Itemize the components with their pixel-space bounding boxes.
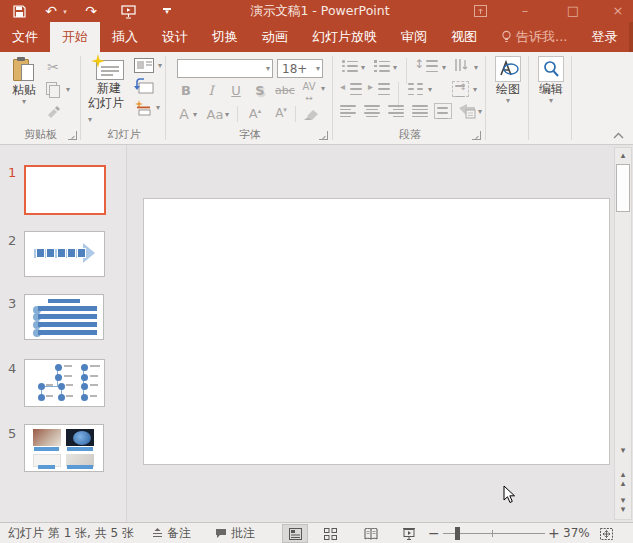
- next-slide-icon[interactable]: ▾▾: [615, 496, 631, 511]
- zoom-level[interactable]: 37%: [563, 523, 590, 543]
- grow-font-button[interactable]: A▴: [247, 106, 263, 121]
- align-right-icon[interactable]: [388, 105, 404, 117]
- fit-slide-to-window-button[interactable]: [595, 524, 617, 543]
- tab-transitions[interactable]: 切换: [200, 22, 250, 52]
- layout-dropdown-icon[interactable]: ▾: [158, 62, 162, 70]
- convert-smartart-icon[interactable]: [458, 103, 476, 119]
- zoom-slider-thumb[interactable]: [455, 527, 460, 540]
- zoom-out-button[interactable]: −: [428, 523, 440, 543]
- slide-thumbnail-4[interactable]: [24, 359, 105, 407]
- align-text-icon[interactable]: ↕: [452, 81, 469, 97]
- tab-view[interactable]: 视图: [439, 22, 489, 52]
- shrink-font-button[interactable]: A▾: [273, 106, 289, 120]
- tell-me-box[interactable]: 告诉我...: [489, 22, 579, 52]
- align-left-icon[interactable]: [340, 105, 356, 117]
- text-shadow-button[interactable]: S: [253, 83, 267, 98]
- text-direction-icon[interactable]: [454, 58, 470, 73]
- sign-in-button[interactable]: 登录: [579, 22, 629, 52]
- character-spacing-button[interactable]: AV ↔: [299, 81, 319, 103]
- numbering-dropdown-icon[interactable]: ▾: [393, 64, 397, 72]
- change-case-button[interactable]: Aa: [205, 107, 225, 122]
- undo-dropdown-icon[interactable]: ▾: [60, 2, 70, 22]
- slide-thumbnail-5[interactable]: [24, 424, 104, 472]
- slideshow-view-button[interactable]: [396, 524, 422, 543]
- slide-thumbnail-1[interactable]: [24, 165, 106, 215]
- undo-icon[interactable]: ↶: [42, 2, 60, 20]
- clipboard-dialog-launcher[interactable]: [68, 131, 77, 140]
- increase-indent-icon[interactable]: ▸: [368, 81, 373, 92]
- zoom-slider-track[interactable]: [443, 533, 545, 534]
- collapse-ribbon-icon[interactable]: [613, 132, 625, 140]
- tab-slideshow[interactable]: 幻灯片放映: [300, 22, 389, 52]
- tab-insert[interactable]: 插入: [100, 22, 150, 52]
- close-button[interactable]: ×: [603, 0, 633, 22]
- copy-icon[interactable]: [46, 82, 57, 95]
- italic-button[interactable]: I: [205, 83, 217, 98]
- tab-file[interactable]: 文件: [0, 22, 50, 52]
- layout-icon[interactable]: [134, 58, 154, 73]
- slide-canvas[interactable]: [143, 198, 610, 465]
- share-button[interactable]: 共享: [629, 22, 633, 52]
- text-direction-dropdown-icon[interactable]: ▾: [474, 64, 478, 72]
- editor-area[interactable]: [128, 145, 613, 522]
- maximize-button[interactable]: □: [558, 0, 588, 22]
- underline-button[interactable]: U: [229, 83, 243, 98]
- smartart-dropdown-icon[interactable]: ▾: [478, 108, 482, 116]
- section-dropdown-icon[interactable]: ▾: [156, 104, 160, 112]
- start-slideshow-icon[interactable]: [118, 2, 138, 19]
- tab-review[interactable]: 审阅: [389, 22, 439, 52]
- slide-thumbnail-3[interactable]: [24, 294, 104, 340]
- minimize-button[interactable]: –: [510, 0, 540, 22]
- tab-animations[interactable]: 动画: [250, 22, 300, 52]
- reset-slide-icon[interactable]: [134, 78, 154, 94]
- comments-button[interactable]: 批注: [215, 523, 255, 543]
- bold-button[interactable]: B: [179, 83, 193, 98]
- slide-sorter-view-button[interactable]: [317, 524, 343, 543]
- font-color-button[interactable]: A: [177, 106, 191, 122]
- change-case-dropdown-icon[interactable]: ▾: [225, 111, 229, 119]
- slide-counter[interactable]: 幻灯片 第 1 张, 共 5 张: [8, 523, 134, 543]
- redo-icon[interactable]: ↷: [82, 2, 100, 20]
- previous-slide-icon[interactable]: ▴▴: [615, 470, 631, 485]
- save-icon[interactable]: [10, 2, 28, 18]
- tab-design[interactable]: 设计: [150, 22, 200, 52]
- reading-view-button[interactable]: [358, 524, 384, 543]
- justify-icon[interactable]: [412, 105, 428, 117]
- slide-thumbnail-2[interactable]: [24, 231, 105, 277]
- section-icon[interactable]: [134, 100, 152, 116]
- vertical-scrollbar[interactable]: ▴ ▾ ▴▴ ▾▾: [614, 147, 632, 520]
- bullets-dropdown-icon[interactable]: ▾: [361, 64, 365, 72]
- strikethrough-button[interactable]: abc: [273, 84, 297, 97]
- columns-dropdown-icon[interactable]: ▾: [428, 86, 432, 94]
- customize-quick-access-icon[interactable]: ▾: [160, 2, 174, 15]
- font-size-combo[interactable]: 18+ ▾: [277, 59, 323, 78]
- bullets-icon[interactable]: [342, 60, 358, 72]
- decrease-indent-icon[interactable]: ◂: [340, 81, 345, 92]
- line-spacing-dropdown-icon[interactable]: ▾: [442, 64, 446, 72]
- drawing-button[interactable]: 绘图 ▾: [494, 56, 522, 105]
- align-text-dropdown-icon[interactable]: ▾: [473, 86, 477, 94]
- clear-formatting-icon[interactable]: [303, 108, 319, 121]
- zoom-in-button[interactable]: +: [548, 523, 560, 543]
- line-spacing-icon[interactable]: ↕: [414, 57, 424, 71]
- new-slide-button[interactable]: 新建 幻灯片 ▾: [88, 57, 130, 126]
- font-name-combo[interactable]: ▾: [177, 59, 273, 78]
- columns-icon[interactable]: [408, 83, 424, 95]
- editing-button[interactable]: 编辑 ▾: [537, 56, 565, 105]
- character-spacing-dropdown-icon[interactable]: ▾: [321, 85, 325, 93]
- numbering-icon[interactable]: [374, 60, 390, 72]
- font-color-dropdown-icon[interactable]: ▾: [193, 111, 197, 119]
- align-center-icon[interactable]: [364, 105, 380, 117]
- format-painter-icon[interactable]: [45, 104, 61, 118]
- cut-icon[interactable]: ✂: [44, 59, 62, 75]
- paste-button[interactable]: 粘贴 ▾: [6, 57, 42, 106]
- paragraph-dialog-launcher[interactable]: [472, 131, 481, 140]
- copy-dropdown-icon[interactable]: ▾: [66, 86, 70, 94]
- notes-button[interactable]: 备注: [152, 523, 191, 543]
- scroll-down-icon[interactable]: ▾: [615, 443, 631, 458]
- font-dialog-launcher[interactable]: [319, 131, 328, 140]
- scrollbar-thumb[interactable]: [616, 164, 630, 212]
- normal-view-button[interactable]: [282, 524, 308, 543]
- scroll-up-icon[interactable]: ▴: [615, 148, 631, 163]
- distribute-text-icon[interactable]: [434, 103, 452, 119]
